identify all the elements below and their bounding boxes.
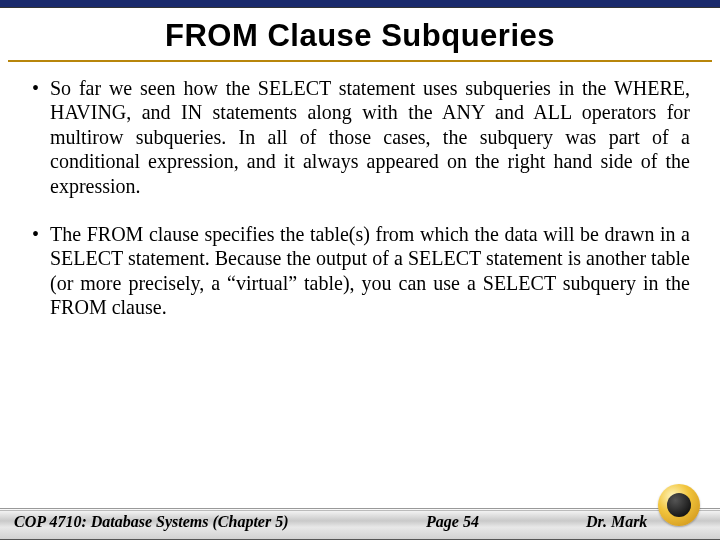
bullet-item: • The FROM clause specifies the table(s)… — [30, 222, 690, 320]
bullet-dot-icon: • — [30, 222, 50, 320]
bullet-item: • So far we seen how the SELECT statemen… — [30, 76, 690, 198]
university-logo-icon — [658, 484, 700, 526]
slide-body: • So far we seen how the SELECT statemen… — [0, 62, 720, 320]
slide-title: FROM Clause Subqueries — [0, 8, 720, 60]
bullet-text: So far we seen how the SELECT statement … — [50, 76, 690, 198]
footer-page: Page 54 — [426, 513, 586, 531]
bullet-text: The FROM clause specifies the table(s) f… — [50, 222, 690, 320]
slide-footer: COP 4710: Database Systems (Chapter 5) P… — [0, 508, 720, 540]
top-accent-bar — [0, 0, 720, 8]
footer-course: COP 4710: Database Systems (Chapter 5) — [14, 513, 426, 531]
footer-gradient-bar: COP 4710: Database Systems (Chapter 5) P… — [0, 508, 720, 540]
bullet-dot-icon: • — [30, 76, 50, 198]
